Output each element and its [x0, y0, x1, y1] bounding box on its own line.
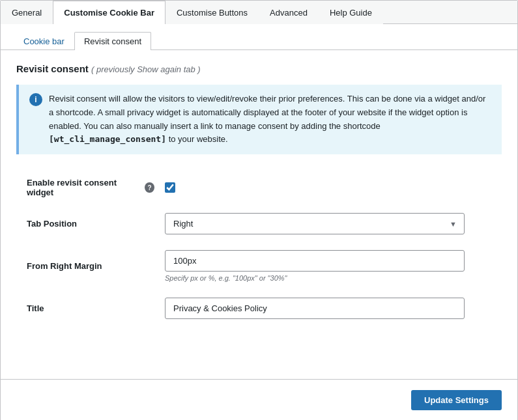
plugin-container: General Customise Cookie Bar Customise B… [0, 0, 518, 420]
subtab-cookie-bar[interactable]: Cookie bar [14, 32, 74, 50]
from-right-margin-hint: Specify px or %, e.g. "100px" or "30%" [165, 274, 496, 282]
section-title: Revisit consent ( previously Show again … [16, 63, 502, 74]
tab-help-guide[interactable]: Help Guide [319, 1, 383, 24]
footer-bar: Update Settings [1, 379, 517, 420]
title-input[interactable] [165, 298, 465, 319]
info-icon: i [29, 93, 42, 106]
info-code: [wt_cli_manage_consent] [49, 134, 166, 144]
enable-widget-checkbox-wrapper [165, 182, 496, 193]
section-title-text: Revisit consent [16, 63, 89, 74]
tab-position-label: Tab Position [27, 219, 77, 229]
info-text: Revisit consent will allow the visitors … [49, 92, 491, 147]
from-right-margin-label: From Right Margin [27, 261, 102, 271]
section-subtitle: ( previously Show again tab ) [91, 64, 201, 74]
row-enable-widget: Enable revisit consent widget ? [16, 170, 502, 205]
tab-general[interactable]: General [1, 1, 53, 24]
subtab-revisit-consent[interactable]: Revisit consent [74, 32, 151, 50]
tab-advanced[interactable]: Advanced [259, 1, 319, 24]
enable-widget-checkbox[interactable] [165, 182, 175, 193]
tab-customise-cookie-bar[interactable]: Customise Cookie Bar [53, 1, 165, 24]
row-title: Title [16, 290, 502, 327]
top-tabs: General Customise Cookie Bar Customise B… [1, 1, 517, 24]
info-text-part2: to your website. [166, 134, 228, 144]
main-content: Revisit consent ( previously Show again … [1, 50, 517, 340]
info-box: i Revisit consent will allow the visitor… [16, 85, 502, 154]
tab-position-select-wrapper: Left Right Bottom Left Bottom Right ▼ [165, 213, 465, 234]
enable-widget-label: Enable revisit consent widget [27, 178, 139, 197]
tab-customise-buttons[interactable]: Customise Buttons [165, 1, 259, 24]
sub-tabs: Cookie bar Revisit consent [1, 24, 517, 50]
row-tab-position: Tab Position Left Right Bottom Left Bott… [16, 205, 502, 242]
update-settings-button[interactable]: Update Settings [411, 390, 502, 410]
info-text-part1: Revisit consent will allow the visitors … [49, 94, 485, 131]
form-table: Enable revisit consent widget ? Tab Posi… [16, 170, 502, 327]
enable-widget-tooltip[interactable]: ? [145, 182, 154, 193]
row-from-right-margin: From Right Margin Specify px or %, e.g. … [16, 242, 502, 290]
enable-widget-label-wrapper: Enable revisit consent widget ? [27, 178, 154, 197]
from-right-margin-input[interactable] [165, 250, 465, 272]
content-area: Cookie bar Revisit consent Revisit conse… [1, 24, 517, 340]
tab-position-select[interactable]: Left Right Bottom Left Bottom Right [165, 213, 465, 234]
title-label: Title [27, 303, 44, 313]
